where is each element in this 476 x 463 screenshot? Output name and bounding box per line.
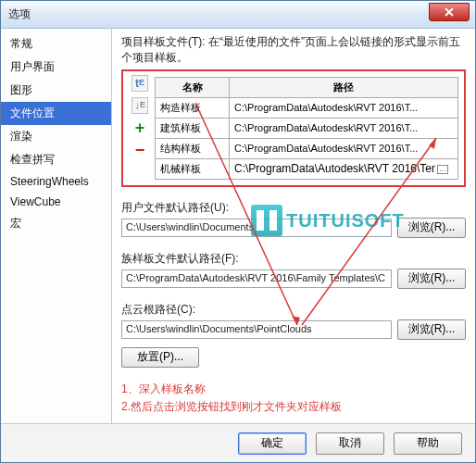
cell-path[interactable]: C:\ProgramData\Autodesk\RVT 2016\T... [230, 97, 458, 118]
cell-name[interactable]: 机械样板 [156, 158, 230, 179]
move-down-button[interactable]: ↓E [132, 97, 148, 114]
table-row[interactable]: 结构样板 C:\ProgramData\Autodesk\RVT 2016\T.… [156, 138, 458, 158]
content-panel: 项目样板文件(T): 在“最近使用的文件”页面上会以链接的形式显示前五个项目样板… [112, 29, 475, 423]
user-path-input[interactable]: C:\Users\windlin\Documents [121, 219, 392, 237]
table-row[interactable]: 构造样板 C:\ProgramData\Autodesk\RVT 2016\T.… [156, 97, 458, 118]
template-hint: 项目样板文件(T): 在“最近使用的文件”页面上会以链接的形式显示前五个项目样板… [121, 34, 466, 66]
sidebar-item-spellcheck[interactable]: 检查拼写 [1, 148, 111, 171]
sidebar-item-file-locations[interactable]: 文件位置 [1, 102, 111, 125]
table-row[interactable]: 建筑样板 C:\ProgramData\Autodesk\RVT 2016\T.… [156, 118, 458, 138]
sidebar-item-rendering[interactable]: 渲染 [1, 125, 111, 148]
cell-path[interactable]: C:\ProgramData\Autodesk\RVT 2016\Ter… [230, 158, 458, 179]
user-path-label: 用户文件默认路径(U): [121, 200, 466, 216]
close-button[interactable] [429, 3, 470, 21]
cell-name[interactable]: 构造样板 [156, 97, 230, 118]
sidebar-item-general[interactable]: 常规 [1, 32, 111, 56]
sidebar-item-ui[interactable]: 用户界面 [1, 56, 111, 79]
path-expand-icon[interactable]: … [437, 165, 448, 174]
dialog-body: 常规 用户界面 图形 文件位置 渲染 检查拼写 SteeringWheels V… [1, 29, 475, 423]
col-header-path[interactable]: 路径 [230, 77, 458, 97]
annotation-line: 1、深入样板名称 [121, 381, 466, 398]
table-row[interactable]: 机械样板 C:\ProgramData\Autodesk\RVT 2016\Te… [156, 158, 458, 179]
remove-button[interactable]: − [132, 142, 148, 158]
sidebar-item-viewcube[interactable]: ViewCube [1, 192, 111, 212]
cloud-path-label: 点云根路径(C): [121, 302, 466, 318]
cell-path[interactable]: C:\ProgramData\Autodesk\RVT 2016\T... [230, 138, 458, 158]
browse-user-path-button[interactable]: 浏览(R)... [397, 218, 466, 238]
help-button[interactable]: 帮助 [394, 432, 462, 455]
move-up-button[interactable]: tE [132, 75, 148, 92]
place-button[interactable]: 放置(P)... [121, 347, 199, 368]
cell-path[interactable]: C:\ProgramData\Autodesk\RVT 2016\T... [230, 118, 458, 138]
close-icon [445, 7, 454, 17]
sidebar: 常规 用户界面 图形 文件位置 渲染 检查拼写 SteeringWheels V… [1, 29, 112, 423]
cloud-path-input[interactable]: C:\Users\windlin\Documents\PointClouds [121, 320, 392, 339]
sidebar-item-steeringwheels[interactable]: SteeringWheels [1, 171, 111, 192]
family-path-input[interactable]: C:\ProgramData\Autodesk\RVT 2016\Family … [121, 269, 392, 288]
window-title: 选项 [8, 6, 31, 22]
browse-family-path-button[interactable]: 浏览(R)... [397, 269, 466, 289]
cancel-button[interactable]: 取消 [316, 432, 384, 455]
annotation-line: 2.然后点击浏览按钮找到刚才文件夹对应样板 [121, 398, 466, 416]
ok-button[interactable]: 确定 [238, 432, 307, 455]
cell-name[interactable]: 建筑样板 [156, 118, 230, 138]
family-path-label: 族样板文件默认路径(F): [121, 251, 466, 267]
annotation: 1、深入样板名称 2.然后点击浏览按钮找到刚才文件夹对应样板 [121, 381, 466, 416]
sidebar-item-graphics[interactable]: 图形 [1, 79, 111, 102]
footer: 确定 取消 帮助 [1, 423, 475, 462]
options-dialog: 选项 常规 用户界面 图形 文件位置 渲染 检查拼写 SteeringWheel… [0, 0, 476, 463]
titlebar: 选项 [1, 1, 475, 29]
template-area: tE ↓E + − 名称 路径 构造样板 C:\ [121, 69, 466, 187]
browse-cloud-path-button[interactable]: 浏览(R)... [397, 319, 466, 340]
add-button[interactable]: + [132, 119, 148, 136]
template-toolbar: tE ↓E + − [131, 75, 149, 158]
col-header-name[interactable]: 名称 [156, 77, 230, 97]
sidebar-item-macros[interactable]: 宏 [1, 212, 111, 235]
cell-name[interactable]: 结构样板 [156, 138, 230, 158]
template-table[interactable]: 名称 路径 构造样板 C:\ProgramData\Autodesk\RVT 2… [155, 77, 458, 180]
